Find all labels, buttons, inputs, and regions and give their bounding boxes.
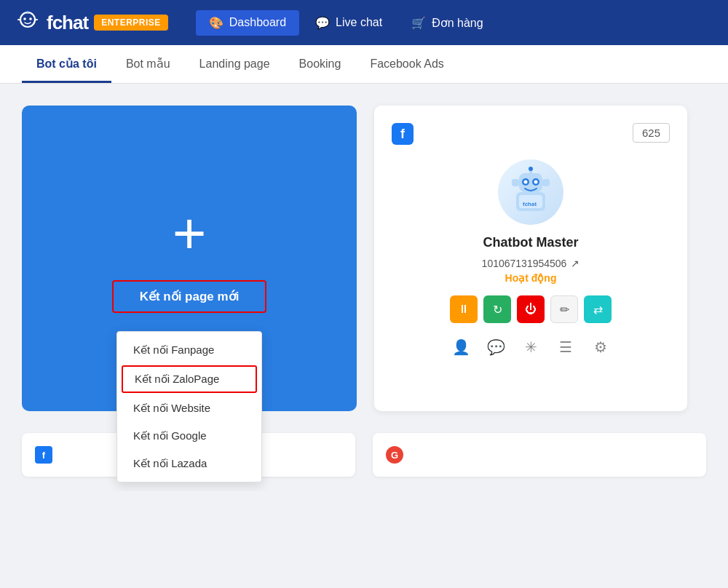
dashboard-icon: 🎨 (209, 16, 223, 30)
list-tool-icon[interactable]: ☰ (553, 335, 578, 359)
bot-card: f 625 (374, 106, 687, 411)
svg-point-11 (534, 180, 538, 184)
nav-dashboard-label: Dashboard (229, 16, 286, 29)
tabs-bar: Bot của tôi Bot mẫu Landing page Booking… (0, 45, 728, 84)
livechat-icon: 💬 (315, 16, 330, 30)
bot-avatar: fchat (498, 159, 563, 225)
svg-point-0 (20, 12, 35, 27)
donhang-icon: 🛒 (411, 16, 426, 30)
mini-g-icon: G (386, 446, 403, 464)
nav-donhang-label: Đơn hàng (432, 16, 483, 30)
bot-actions-row: ⏸ ↻ ⏻ ✏ ⇄ (392, 295, 670, 323)
tab-bot-cua-toi[interactable]: Bot của tôi (22, 45, 111, 83)
connect-lazada-item[interactable]: Kết nối Lazada (117, 450, 261, 477)
pause-button[interactable]: ⏸ (450, 295, 478, 323)
bot-card-top: f 625 (392, 123, 670, 145)
bot-page-id: 101067131954506 ↗ (392, 258, 670, 269)
bot-id-badge: 625 (633, 123, 670, 143)
bot-tools-row: 👤 💬 ✳ ☰ ⚙ (392, 335, 670, 359)
tab-facebook-ads[interactable]: Facebook Ads (355, 46, 458, 83)
svg-rect-14 (512, 179, 519, 186)
tab-bot-mau[interactable]: Bot mẫu (111, 45, 185, 83)
tab-booking[interactable]: Booking (285, 46, 356, 83)
top-navigation: fchat ENTERPRISE 🎨 Dashboard 💬 Live chat… (0, 0, 728, 45)
mini-card-g: G (373, 433, 706, 477)
nav-items: 🎨 Dashboard 💬 Live chat 🛒 Đơn hàng (196, 10, 496, 36)
logo-text: fchat (47, 12, 88, 34)
connect-website-item[interactable]: Kết nối Website (117, 394, 261, 422)
svg-point-1 (23, 17, 26, 20)
svg-point-4 (27, 11, 28, 12)
switch-button[interactable]: ⇄ (584, 295, 612, 323)
nav-livechat[interactable]: 💬 Live chat (302, 10, 395, 36)
gear-tool-icon[interactable]: ⚙ (588, 335, 613, 359)
main-content: + Kết nối page mới Đã k... Kết nối Fanpa… (0, 84, 728, 433)
enterprise-badge: ENTERPRISE (94, 15, 168, 31)
connect-fanpage-item[interactable]: Kết nối Fanpage (117, 336, 261, 364)
svg-rect-15 (542, 179, 550, 186)
logo-area: fchat ENTERPRISE (15, 9, 168, 36)
svg-point-2 (29, 17, 32, 20)
bot-status: Hoạt động (392, 272, 670, 284)
add-plus-icon: + (173, 204, 207, 263)
settings-alt-tool-icon[interactable]: ✳ (518, 335, 543, 359)
user-tool-icon[interactable]: 👤 (448, 335, 473, 359)
external-link-icon: ↗ (571, 258, 579, 269)
connect-google-item[interactable]: Kết nối Google (117, 422, 261, 450)
nav-livechat-label: Live chat (336, 16, 382, 29)
connect-dropdown: Kết nối Fanpage Kết nối ZaloPage Kết nối… (116, 331, 262, 482)
edit-button[interactable]: ✏ (550, 295, 578, 323)
nav-donhang[interactable]: 🛒 Đơn hàng (398, 10, 496, 36)
svg-point-10 (524, 180, 528, 184)
messenger-tool-icon[interactable]: 💬 (483, 335, 508, 359)
nav-dashboard[interactable]: 🎨 Dashboard (196, 10, 299, 36)
fchat-logo-icon (15, 9, 41, 36)
bottom-row: f G (0, 433, 728, 491)
svg-point-13 (529, 167, 533, 171)
connect-zalopage-item[interactable]: Kết nối ZaloPage (122, 365, 257, 393)
connect-page-button[interactable]: Kết nối page mới (112, 280, 267, 313)
bot-avatar-area: fchat (392, 159, 670, 225)
mini-fb-icon: f (35, 446, 52, 464)
refresh-button[interactable]: ↻ (483, 295, 511, 323)
power-button[interactable]: ⏻ (517, 295, 545, 323)
tab-landing-page[interactable]: Landing page (185, 46, 285, 83)
robot-avatar-svg: fchat (505, 166, 557, 218)
svg-text:fchat: fchat (523, 201, 537, 207)
bot-name: Chatbot Master (392, 235, 670, 250)
facebook-icon: f (392, 123, 414, 145)
